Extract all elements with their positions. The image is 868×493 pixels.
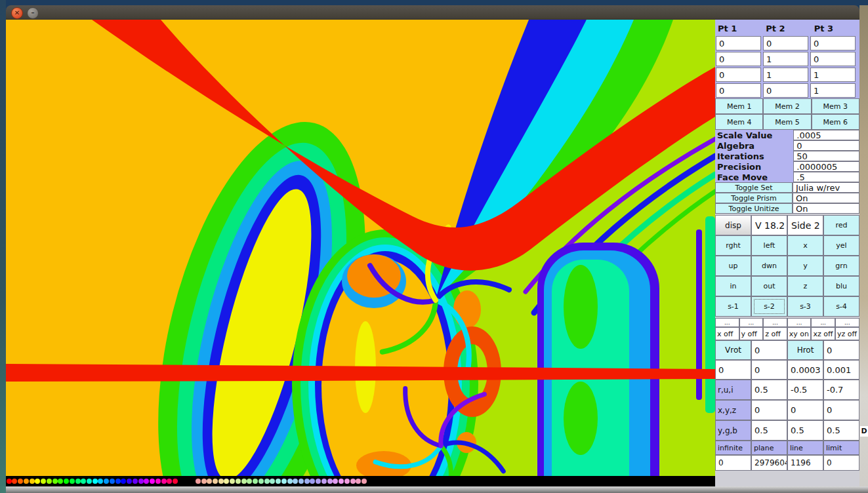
- grid-button-in[interactable]: in: [715, 276, 751, 296]
- palette-dot[interactable]: [24, 479, 29, 484]
- vector-value-field[interactable]: 0.5: [751, 380, 787, 400]
- palette-dot[interactable]: [167, 479, 172, 484]
- grid-button-s4[interactable]: s-4: [823, 296, 859, 317]
- palette-dot[interactable]: [87, 479, 92, 484]
- grid-button-x[interactable]: x: [787, 235, 823, 256]
- axis-toggle-x-off[interactable]: x off: [715, 327, 739, 340]
- mem-button[interactable]: Mem 5: [763, 114, 811, 130]
- dots-button[interactable]: ...: [835, 318, 859, 327]
- palette-dot[interactable]: [304, 479, 310, 484]
- palette-dot[interactable]: [333, 479, 338, 484]
- palette-dot[interactable]: [52, 479, 58, 484]
- palette-dot[interactable]: [201, 479, 207, 484]
- dots-button[interactable]: ...: [739, 318, 764, 327]
- rot-button-hrot[interactable]: Hrot: [787, 340, 823, 360]
- palette-dot[interactable]: [339, 479, 344, 484]
- grid-button-out[interactable]: out: [751, 276, 787, 296]
- palette-dot[interactable]: [344, 479, 350, 484]
- pt-value-field[interactable]: 1: [810, 68, 856, 82]
- pt-value-field[interactable]: 0: [810, 36, 856, 50]
- palette-dot[interactable]: [173, 479, 178, 484]
- palette-dot[interactable]: [258, 479, 264, 484]
- palette-dot[interactable]: [150, 479, 155, 484]
- palette-dot[interactable]: [253, 479, 258, 484]
- vector-value-field[interactable]: -0.5: [787, 380, 823, 400]
- grid-button-left[interactable]: left: [751, 235, 787, 256]
- rot-extra-field[interactable]: 0.0003: [787, 360, 823, 380]
- palette-dot[interactable]: [30, 479, 35, 484]
- param-value-field[interactable]: .5: [793, 172, 859, 182]
- mem-button[interactable]: Mem 1: [715, 98, 763, 114]
- pt-value-field[interactable]: 0: [763, 36, 808, 50]
- palette-dot[interactable]: [362, 479, 367, 484]
- palette-dot[interactable]: [281, 479, 287, 484]
- palette-dot[interactable]: [133, 479, 138, 484]
- axis-toggle-z-off[interactable]: z off: [763, 327, 787, 340]
- param-value-field[interactable]: 50: [793, 151, 859, 161]
- pt-value-field[interactable]: 0: [763, 83, 808, 98]
- palette-dot[interactable]: [264, 479, 270, 484]
- dots-button[interactable]: ...: [763, 318, 787, 327]
- window-titlebar[interactable]: ✕ –: [6, 5, 859, 20]
- palette-dot[interactable]: [104, 479, 109, 484]
- palette-dot[interactable]: [230, 479, 235, 484]
- grid-button-red[interactable]: red: [823, 215, 859, 235]
- disp-button[interactable]: disp: [715, 215, 751, 235]
- palette-dot[interactable]: [35, 479, 40, 484]
- palette-dot[interactable]: [64, 479, 69, 484]
- side-field[interactable]: Side 2: [787, 215, 823, 235]
- palette-dot[interactable]: [321, 479, 327, 484]
- grid-button-z[interactable]: z: [787, 276, 823, 296]
- palette-dot[interactable]: [110, 479, 115, 484]
- toggle-button[interactable]: Toggle Unitize: [715, 203, 793, 214]
- grid-button-rght[interactable]: rght: [715, 235, 751, 256]
- rot-extra-field[interactable]: 0.001: [823, 360, 859, 380]
- palette-dot[interactable]: [327, 479, 333, 484]
- pt-value-field[interactable]: 0: [716, 36, 761, 50]
- palette-dot[interactable]: [350, 479, 356, 484]
- vector-value-field[interactable]: 0.5: [787, 420, 823, 441]
- pt-value-field[interactable]: 1: [763, 68, 808, 82]
- palette-dot[interactable]: [12, 479, 17, 484]
- palette-dot[interactable]: [47, 479, 52, 484]
- mem-button[interactable]: Mem 3: [812, 98, 859, 114]
- palette-dot[interactable]: [7, 479, 12, 484]
- mem-button[interactable]: Mem 4: [715, 114, 763, 130]
- palette-dot[interactable]: [81, 479, 86, 484]
- toggle-button[interactable]: Toggle Prism: [715, 193, 793, 203]
- palette-dot[interactable]: [276, 479, 281, 484]
- palette-dot[interactable]: [247, 479, 252, 484]
- palette-dot[interactable]: [127, 479, 132, 484]
- dots-button[interactable]: ...: [715, 318, 739, 327]
- pt-value-field[interactable]: 0: [716, 68, 761, 82]
- toggle-button[interactable]: Toggle Set: [715, 182, 793, 193]
- palette-dot[interactable]: [293, 479, 298, 484]
- palette-dot[interactable]: [93, 479, 98, 484]
- grid-button-blu[interactable]: blu: [823, 276, 859, 296]
- palette-dot[interactable]: [218, 479, 224, 484]
- dots-button[interactable]: ...: [787, 318, 812, 327]
- palette-dot[interactable]: [70, 479, 75, 484]
- palette-dot[interactable]: [316, 479, 321, 484]
- axis-toggle-yz-off[interactable]: yz off: [835, 327, 859, 340]
- param-value-field[interactable]: .0005: [793, 130, 859, 140]
- rot-extra-field[interactable]: 0: [715, 360, 751, 380]
- dots-button[interactable]: ...: [811, 318, 835, 327]
- palette-dot[interactable]: [155, 479, 161, 484]
- fractal-canvas[interactable]: [6, 20, 715, 486]
- palette-dot[interactable]: [58, 479, 63, 484]
- grid-button-s1[interactable]: s-1: [715, 296, 751, 317]
- palette-dot[interactable]: [98, 479, 103, 484]
- grid-button-y[interactable]: y: [787, 256, 823, 276]
- grid-button-s3[interactable]: s-3: [787, 296, 823, 317]
- grid-button-grn[interactable]: grn: [823, 256, 859, 276]
- palette-dot[interactable]: [207, 479, 212, 484]
- vector-value-field[interactable]: -0.7: [823, 380, 859, 400]
- vector-value-field[interactable]: 0: [751, 400, 787, 420]
- palette-dot[interactable]: [75, 479, 81, 484]
- palette-dot[interactable]: [18, 479, 23, 484]
- axis-toggle-xz-off[interactable]: xz off: [811, 327, 835, 340]
- rot-extra-field[interactable]: 0: [751, 360, 787, 380]
- palette-dot[interactable]: [287, 479, 293, 484]
- palette-dot[interactable]: [41, 479, 46, 484]
